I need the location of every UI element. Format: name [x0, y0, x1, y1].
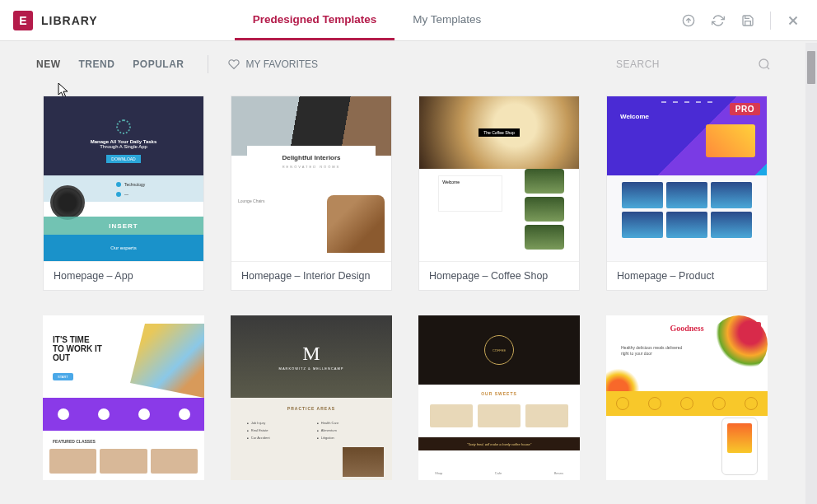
filter-popular[interactable]: POPULAR	[133, 58, 184, 70]
template-grid: Manage All Your Daily Tasks Through A Si…	[0, 87, 817, 480]
template-card[interactable]: IT'S TIME TO WORK IT OUT START FEATURED …	[43, 315, 204, 480]
my-favorites[interactable]: MY FAVORITES	[228, 58, 319, 70]
tab-predesigned-templates[interactable]: Predesigned Templates	[235, 0, 395, 40]
header-actions	[681, 12, 817, 30]
close-icon[interactable]	[786, 13, 801, 28]
tab-my-templates[interactable]: My Templates	[394, 0, 499, 40]
my-favorites-label: MY FAVORITES	[246, 58, 319, 70]
template-title: Homepage – Coffee Shop	[419, 261, 579, 290]
save-icon[interactable]	[740, 13, 755, 28]
template-card[interactable]: PRO Welcome Homepage – Product	[606, 96, 768, 291]
template-title: Homepage – Product	[607, 261, 767, 290]
template-card[interactable]: MMARKOWITZ & MELLENCAMP PRACTICE AREAS J…	[231, 315, 392, 480]
template-card[interactable]: PRO Delightful InteriorsRENOVATED ROOMS …	[231, 96, 392, 291]
divider	[208, 55, 208, 73]
search-input[interactable]	[616, 58, 748, 70]
divider	[770, 12, 771, 30]
elementor-logo: E	[13, 11, 33, 30]
template-thumbnail: PRO Delightful InteriorsRENOVATED ROOMS …	[231, 96, 391, 261]
scrollbar-thumb[interactable]	[807, 51, 815, 84]
filter-bar: NEW TREND POPULAR MY FAVORITES	[0, 41, 817, 87]
scrollbar[interactable]	[805, 43, 817, 504]
search-wrap	[616, 58, 781, 72]
template-title: Homepage – App	[44, 261, 203, 290]
template-thumbnail: PRO Welcome	[607, 96, 767, 261]
template-thumbnail: COFFEE OUR SWEETS "Tasty feed, will make…	[418, 315, 580, 480]
template-thumbnail: PRO The Coffee Shop Welcome	[419, 96, 579, 261]
sync-icon[interactable]	[711, 13, 726, 28]
template-title: Homepage – Interior Design	[231, 261, 391, 290]
template-card[interactable]: COFFEE OUR SWEETS "Tasty feed, will make…	[418, 315, 580, 480]
insert-button[interactable]: INSERT	[44, 217, 203, 235]
template-card[interactable]: PRO Goodness Healthy delicious meals del…	[606, 315, 768, 480]
tabs: Predesigned Templates My Templates	[235, 0, 500, 40]
library-title: LIBRARY	[41, 14, 98, 27]
svg-point-3	[759, 59, 768, 68]
upload-icon[interactable]	[681, 13, 696, 28]
logo-area: E LIBRARY	[0, 11, 111, 30]
header: E LIBRARY Predesigned Templates My Templ…	[0, 0, 817, 41]
template-card[interactable]: PRO The Coffee Shop Welcome Homepage – C…	[418, 96, 580, 291]
template-thumbnail: MMARKOWITZ & MELLENCAMP PRACTICE AREAS J…	[231, 315, 392, 480]
template-thumbnail: IT'S TIME TO WORK IT OUT START FEATURED …	[43, 315, 204, 480]
pro-badge: PRO	[730, 103, 760, 115]
filter-trend[interactable]: TREND	[79, 58, 115, 70]
svg-line-4	[767, 67, 769, 69]
template-thumbnail: PRO Goodness Healthy delicious meals del…	[606, 315, 768, 480]
search-icon	[758, 58, 771, 71]
template-thumbnail: Manage All Your Daily Tasks Through A Si…	[44, 96, 203, 261]
filter-new[interactable]: NEW	[36, 58, 61, 70]
heart-icon	[228, 58, 240, 70]
template-card[interactable]: Manage All Your Daily Tasks Through A Si…	[43, 96, 204, 291]
